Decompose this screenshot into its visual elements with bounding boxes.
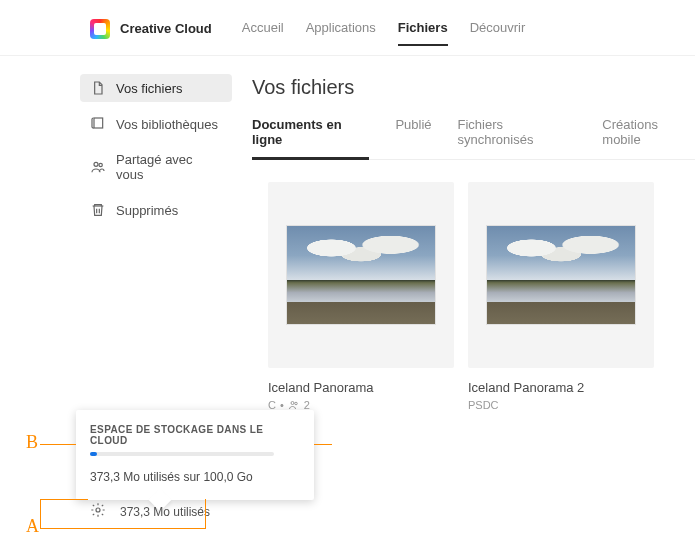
nav-accueil[interactable]: Accueil	[242, 12, 284, 45]
file-card[interactable]: Iceland Panorama 2 PSDC	[468, 182, 654, 411]
nav-fichiers[interactable]: Fichiers	[398, 12, 448, 45]
creative-cloud-icon	[90, 19, 110, 39]
annotation-rule-a-right	[205, 499, 206, 529]
sidebar-label: Vos fichiers	[116, 81, 182, 96]
svg-point-2	[99, 163, 102, 166]
brand: Creative Cloud	[90, 19, 212, 39]
file-grid: Iceland Panorama C • 2 Iceland Panorama …	[252, 182, 695, 411]
top-bar: Creative Cloud Accueil Applications Fich…	[0, 0, 695, 56]
nav-applications[interactable]: Applications	[306, 12, 376, 45]
landscape-image	[486, 225, 636, 325]
tab-creations-mobiles[interactable]: Créations mobile	[602, 117, 695, 151]
file-thumbnail	[468, 182, 654, 368]
storage-popover: ESPACE DE STOCKAGE DANS LE CLOUD 373,3 M…	[76, 410, 314, 500]
svg-point-1	[94, 162, 98, 166]
sidebar-label: Supprimés	[116, 203, 178, 218]
file-icon	[90, 80, 106, 96]
sidebar-item-vos-fichiers[interactable]: Vos fichiers	[80, 74, 232, 102]
brand-name: Creative Cloud	[120, 21, 212, 36]
storage-bar	[90, 452, 274, 456]
tab-documents-en-ligne[interactable]: Documents en ligne	[252, 117, 369, 151]
landscape-image	[286, 225, 436, 325]
storage-popover-text: 373,3 Mo utilisés sur 100,0 Go	[90, 470, 300, 484]
sidebar-item-bibliotheques[interactable]: Vos bibliothèques	[80, 110, 232, 138]
trash-icon	[90, 202, 106, 218]
file-meta: PSDC	[468, 399, 654, 411]
annotation-b: B	[26, 432, 38, 453]
file-type: PSDC	[468, 399, 499, 411]
annotation-rule-b	[40, 444, 76, 445]
sidebar-label: Partagé avec vous	[116, 152, 222, 182]
annotation-rule-a-bottom	[40, 528, 205, 529]
file-title: Iceland Panorama	[268, 380, 454, 395]
svg-point-4	[295, 402, 298, 405]
storage-popover-title: ESPACE DE STOCKAGE DANS LE CLOUD	[90, 424, 300, 446]
svg-point-3	[291, 402, 294, 405]
storage-bar-fill	[90, 452, 97, 456]
storage-footer-text: 373,3 Mo utilisés	[120, 505, 210, 519]
main-nav: Accueil Applications Fichiers Découvrir	[242, 12, 526, 45]
svg-rect-0	[94, 118, 103, 128]
sidebar-item-partage[interactable]: Partagé avec vous	[80, 146, 232, 188]
file-card[interactable]: Iceland Panorama C • 2	[268, 182, 454, 411]
annotation-rule-b-right	[314, 444, 332, 445]
svg-point-5	[96, 508, 100, 512]
tab-fichiers-synchronises[interactable]: Fichiers synchronisés	[458, 117, 577, 151]
page-title: Vos fichiers	[252, 76, 695, 99]
annotation-rule-a-left	[40, 499, 41, 529]
library-icon	[90, 116, 106, 132]
file-title: Iceland Panorama 2	[468, 380, 654, 395]
people-icon	[90, 159, 106, 175]
nav-decouvrir[interactable]: Découvrir	[470, 12, 526, 45]
gear-icon[interactable]	[90, 502, 106, 521]
sidebar-label: Vos bibliothèques	[116, 117, 218, 132]
content-layout: Vos fichiers Vos bibliothèques Partagé a…	[0, 56, 695, 411]
tab-publie[interactable]: Publié	[395, 117, 431, 151]
tabs: Documents en ligne Publié Fichiers synch…	[252, 117, 695, 160]
sidebar-item-supprimes[interactable]: Supprimés	[80, 196, 232, 224]
annotation-rule-a-top	[40, 499, 88, 500]
main-panel: Vos fichiers Documents en ligne Publié F…	[248, 56, 695, 411]
file-thumbnail	[268, 182, 454, 368]
annotation-a: A	[26, 516, 39, 537]
storage-footer: 373,3 Mo utilisés	[90, 502, 210, 521]
sidebar: Vos fichiers Vos bibliothèques Partagé a…	[0, 56, 248, 411]
